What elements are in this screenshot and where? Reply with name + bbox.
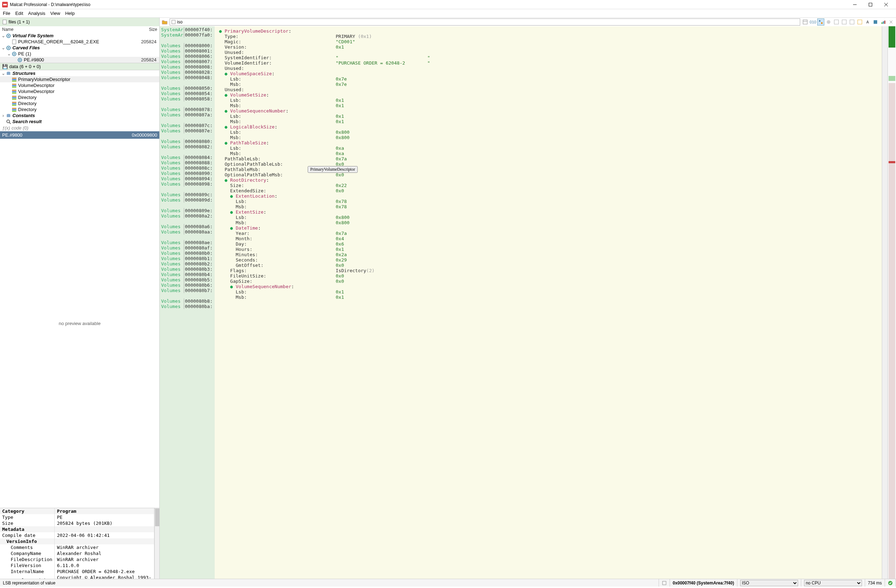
data-tree[interactable]: ⌄StructuresPrimaryVolumeDescriptorVolume…	[0, 70, 159, 125]
struct-line[interactable]: ExtendedSize: 0x0	[219, 188, 878, 193]
tree-item[interactable]: PrimaryVolumeDescriptor	[0, 76, 159, 82]
tree-item[interactable]: Directory	[0, 94, 159, 101]
struct-line[interactable]: Msb: 0x1	[219, 294, 878, 300]
struct-line[interactable]: Msb: 0x800	[219, 135, 878, 140]
struct-line[interactable]: SystemIdentifier: " "	[219, 55, 878, 60]
struct-line[interactable]: VolumeIdentifier: "PURCHASE ORDER = 6204…	[219, 60, 878, 66]
tool-close-icon[interactable]	[887, 18, 894, 26]
struct-line[interactable]: GapSize: 0x0	[219, 279, 878, 284]
struct-line[interactable]: Msb: 0xa	[219, 151, 878, 156]
code-row[interactable]: ƒ(x)code (0)	[0, 125, 159, 131]
expander-icon[interactable]: ⌄	[1, 45, 6, 50]
tool-view1-icon[interactable]	[833, 18, 840, 26]
struct-line[interactable]: Hours: 0x1	[219, 247, 878, 252]
struct-line[interactable]: Msb: 0x800	[219, 220, 878, 225]
minimap[interactable]	[887, 26, 896, 579]
struct-line[interactable]: ● VolumeSequenceNumber:	[219, 108, 878, 114]
struct-line[interactable]: Msb: 0x1	[219, 119, 878, 124]
tree-item[interactable]: Directory	[0, 107, 159, 113]
tool-view3-icon[interactable]	[849, 18, 856, 26]
tool-summary-icon[interactable]	[802, 18, 809, 26]
struct-line[interactable]: Lsb: 0x7e	[219, 76, 878, 82]
tree-item[interactable]: PE.#9800205824	[0, 57, 159, 63]
tool-hex-icon[interactable]: 010	[809, 18, 817, 26]
struct-line[interactable]: Size: 0x22	[219, 183, 878, 188]
status-cpu[interactable]: no CPU	[801, 579, 865, 586]
struct-line[interactable]: Unused:	[219, 66, 878, 71]
tool-text-icon[interactable]: A	[864, 18, 871, 26]
struct-line[interactable]: Lsb: 0x1	[219, 289, 878, 294]
menu-view[interactable]: View	[50, 11, 60, 16]
tool-strings-icon[interactable]	[872, 18, 879, 26]
struct-line[interactable]: Type: PRIMARY (0x1)	[219, 34, 878, 39]
struct-line[interactable]: Msb: 0x78	[219, 204, 878, 209]
data-header[interactable]: 💾data (6 + 0 + 0)	[0, 63, 159, 70]
struct-line[interactable]: ● ExtentLocation:	[219, 193, 878, 199]
struct-line[interactable]: ● PathTableSize:	[219, 140, 878, 145]
struct-line[interactable]: Lsb: 0x800	[219, 129, 878, 135]
menu-help[interactable]: Help	[65, 11, 75, 16]
minimize-button[interactable]	[847, 0, 862, 9]
status-format[interactable]: ISO	[738, 579, 801, 586]
struct-line[interactable]: Day: 0x6	[219, 241, 878, 247]
struct-detail[interactable]: ● PrimaryVolumeDescriptor: Type: PRIMARY…	[215, 26, 882, 579]
path-input[interactable]: iso	[170, 18, 800, 26]
struct-line[interactable]: ● VolumeSetSize:	[219, 92, 878, 97]
struct-line[interactable]: Unused:	[219, 50, 878, 55]
struct-line[interactable]: OptionalPathTableMsb: 0x0	[219, 172, 878, 177]
struct-line[interactable]: Msb: 0x1	[219, 103, 878, 108]
struct-line[interactable]: ● VolumeSequenceNumber:	[219, 284, 878, 289]
file-tree[interactable]: ⌄Virtual File SystemPURCHASE_ORDER___620…	[0, 33, 159, 63]
struct-line[interactable]: ● VolumeSpaceSize:	[219, 71, 878, 76]
tool-view4-icon[interactable]	[856, 18, 863, 26]
struct-line[interactable]: Year: 0x7a	[219, 231, 878, 236]
tree-item[interactable]: ⌄PE (1)	[0, 51, 159, 57]
expander-icon[interactable]: ›	[1, 113, 6, 118]
menu-file[interactable]: File	[3, 11, 10, 16]
struct-line[interactable]: FileUnitSize: 0x0	[219, 273, 878, 279]
tree-item[interactable]: ⌄Virtual File System	[0, 33, 159, 39]
struct-line[interactable]: Lsb: 0x78	[219, 199, 878, 204]
tree-item[interactable]: VolumeDescriptor	[0, 88, 159, 94]
tree-item[interactable]: PURCHASE_ORDER___62048_2.EXE205824	[0, 39, 159, 45]
struct-line[interactable]: Version: 0x1	[219, 44, 878, 50]
tool-gear-icon[interactable]	[825, 18, 832, 26]
maximize-button[interactable]	[862, 0, 878, 9]
struct-line[interactable]: Lsb: 0x1	[219, 114, 878, 119]
struct-line[interactable]: Minutes: 0x2a	[219, 252, 878, 257]
tool-struct-icon[interactable]	[817, 18, 824, 26]
struct-line[interactable]: Lsb: 0x1	[219, 97, 878, 103]
tree-item[interactable]: VolumeDescriptor	[0, 82, 159, 88]
struct-line[interactable]: Magic: "CD001"	[219, 39, 878, 44]
struct-line[interactable]: Unused:	[219, 87, 878, 92]
struct-line[interactable]: Flags: IsDirectory(2)	[219, 268, 878, 273]
struct-line[interactable]: Seconds: 0x29	[219, 257, 878, 263]
status-zoom-icon[interactable]	[659, 579, 670, 586]
menu-edit[interactable]: Edit	[15, 11, 23, 16]
detail-scrollbar[interactable]	[882, 26, 887, 579]
tree-item[interactable]: Search result	[0, 119, 159, 125]
struct-line[interactable]: Msb: 0x7e	[219, 82, 878, 87]
struct-line[interactable]: ● ExtentSize:	[219, 209, 878, 215]
tool-view2-icon[interactable]	[841, 18, 848, 26]
struct-line[interactable]: ● PrimaryVolumeDescriptor:	[219, 28, 878, 34]
struct-line[interactable]: ● LogicalBlockSize:	[219, 124, 878, 129]
files-tab[interactable]: files (1 + 1)	[0, 18, 160, 26]
close-button[interactable]	[878, 0, 894, 9]
menu-analysis[interactable]: Analysis	[28, 11, 45, 16]
struct-line[interactable]: PathTableMsb: PrimaryVolumeDescriptor	[219, 167, 878, 172]
tree-item[interactable]: ⌄Carved Files	[0, 45, 159, 51]
expander-icon[interactable]: ⌄	[1, 33, 6, 38]
struct-line[interactable]: PathTableLsb: 0x7a	[219, 156, 878, 161]
tree-item[interactable]: ⌄Structures	[0, 70, 159, 76]
tree-item[interactable]: ›Constants	[0, 113, 159, 119]
expander-icon[interactable]: ⌄	[6, 51, 11, 56]
struct-line[interactable]: ● DateTime:	[219, 225, 878, 231]
struct-line[interactable]: Lsb: 0xa	[219, 145, 878, 151]
struct-line[interactable]: Month: 0x4	[219, 236, 878, 241]
props-scrollbar[interactable]	[154, 508, 159, 579]
struct-line[interactable]: ● RootDirectory:	[219, 177, 878, 183]
struct-line[interactable]: Lsb: 0x800	[219, 215, 878, 220]
tree-item[interactable]: Directory	[0, 101, 159, 107]
tool-chart-icon[interactable]	[880, 18, 887, 26]
